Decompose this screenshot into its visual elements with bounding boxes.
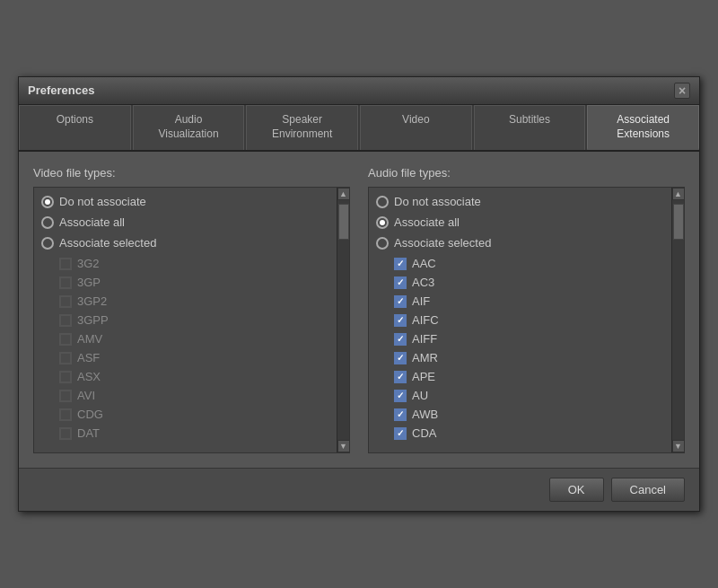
audio-ext-awb-checkbox <box>394 408 407 421</box>
video-ext-3gp-checkbox <box>59 276 72 289</box>
audio-ext-ape[interactable]: APE <box>394 370 664 383</box>
video-ext-asx-label: ASX <box>77 370 101 383</box>
tab-audio-visualization[interactable]: AudioVisualization <box>133 105 245 150</box>
audio-radio-associate-selected[interactable]: Associate selected <box>376 236 664 250</box>
video-ext-asf-label: ASF <box>77 351 100 364</box>
audio-radio-associate-all-label: Associate all <box>394 215 460 229</box>
video-radio-associate-selected[interactable]: Associate selected <box>41 236 329 250</box>
audio-radio-associate-all[interactable]: Associate all <box>376 215 664 229</box>
video-radio-associate-all[interactable]: Associate all <box>41 215 329 229</box>
video-ext-dat-checkbox <box>59 427 72 440</box>
video-ext-3g2-label: 3G2 <box>77 257 100 270</box>
video-ext-3g2[interactable]: 3G2 <box>59 257 329 270</box>
tab-associated-extensions[interactable]: AssociatedExtensions <box>587 105 699 150</box>
video-ext-asf[interactable]: ASF <box>59 351 329 364</box>
video-ext-amv[interactable]: AMV <box>59 332 329 346</box>
tab-speaker-environment[interactable]: SpeakerEnvironment <box>246 105 358 150</box>
audio-ext-au-checkbox <box>394 390 407 402</box>
audio-section-title: Audio file types: <box>368 166 685 180</box>
video-ext-3gp2[interactable]: 3GP2 <box>59 294 329 308</box>
video-radio-no-associate[interactable]: Do not associate <box>41 195 329 208</box>
audio-scroll-thumb[interactable] <box>673 204 684 240</box>
video-ext-3gp2-checkbox <box>59 295 72 308</box>
video-ext-3gp-label: 3GP <box>77 276 101 289</box>
audio-ext-aiff-label: AIFF <box>412 332 437 346</box>
tab-subtitles[interactable]: Subtitles <box>474 105 586 150</box>
video-ext-3g2-checkbox <box>59 258 72 270</box>
audio-scroll-down[interactable]: ▼ <box>672 440 685 452</box>
audio-scroll-track[interactable] <box>672 200 684 440</box>
audio-ext-aifc-checkbox <box>394 314 407 327</box>
audio-radio-no-associate[interactable]: Do not associate <box>376 195 664 208</box>
tab-options[interactable]: Options <box>19 105 131 150</box>
tab-video[interactable]: Video <box>360 105 472 150</box>
audio-section: Audio file types: Do not associate Assoc… <box>368 166 685 453</box>
audio-ext-aac-checkbox <box>394 258 407 270</box>
video-list-box: Do not associate Associate all Associate… <box>33 187 350 453</box>
video-ext-3gp[interactable]: 3GP <box>59 276 329 289</box>
audio-ext-aifc-label: AIFC <box>412 313 439 327</box>
audio-ext-aifc[interactable]: AIFC <box>394 313 664 327</box>
ok-button[interactable]: OK <box>549 478 604 502</box>
audio-ext-amr[interactable]: AMR <box>394 351 664 364</box>
audio-radio-no-associate-label: Do not associate <box>394 195 481 208</box>
audio-ext-ac3-label: AC3 <box>412 276 434 289</box>
audio-ext-awb-label: AWB <box>412 408 438 421</box>
video-radio-associate-all-circle <box>41 216 54 229</box>
video-ext-avi[interactable]: AVI <box>59 389 329 402</box>
dialog-title: Preferences <box>28 83 94 97</box>
audio-ext-ac3[interactable]: AC3 <box>394 276 664 289</box>
audio-radio-associate-selected-circle <box>376 237 389 250</box>
audio-ext-aac[interactable]: AAC <box>394 257 664 270</box>
audio-ext-amr-label: AMR <box>412 351 438 364</box>
video-ext-amv-checkbox <box>59 333 72 346</box>
audio-ext-awb[interactable]: AWB <box>394 408 664 421</box>
footer: OK Cancel <box>19 468 699 511</box>
content-area: Video file types: Do not associate Assoc… <box>19 152 699 468</box>
video-ext-amv-label: AMV <box>77 332 102 346</box>
audio-scroll-up[interactable]: ▲ <box>672 188 685 200</box>
video-ext-cdg[interactable]: CDG <box>59 408 329 421</box>
close-button[interactable]: × <box>674 83 690 99</box>
preferences-dialog: Preferences × Options AudioVisualization… <box>18 76 700 512</box>
video-ext-3gpp-label: 3GPP <box>77 313 109 327</box>
video-radio-no-associate-label: Do not associate <box>59 195 146 208</box>
audio-ext-aiff[interactable]: AIFF <box>394 332 664 346</box>
audio-radio-no-associate-circle <box>376 196 389 208</box>
video-ext-avi-label: AVI <box>77 389 95 402</box>
audio-ext-aif[interactable]: AIF <box>394 294 664 308</box>
video-scroll-track[interactable] <box>337 200 349 440</box>
video-ext-dat[interactable]: DAT <box>59 426 329 440</box>
video-ext-asx[interactable]: ASX <box>59 370 329 383</box>
audio-ext-cda-label: CDA <box>412 426 436 440</box>
audio-scrollbar[interactable]: ▲ ▼ <box>671 188 684 452</box>
audio-ext-aif-label: AIF <box>412 294 430 308</box>
audio-ext-ac3-checkbox <box>394 276 407 289</box>
video-radio-associate-all-label: Associate all <box>59 215 125 229</box>
video-ext-3gp2-label: 3GP2 <box>77 294 107 308</box>
audio-ext-aif-checkbox <box>394 295 407 308</box>
audio-ext-au[interactable]: AU <box>394 389 664 402</box>
audio-ext-cda[interactable]: CDA <box>394 426 664 440</box>
audio-ext-au-label: AU <box>412 389 428 402</box>
tab-bar: Options AudioVisualization SpeakerEnviro… <box>19 105 699 152</box>
video-ext-avi-checkbox <box>59 390 72 402</box>
audio-ext-ape-checkbox <box>394 371 407 383</box>
video-ext-asx-checkbox <box>59 371 72 383</box>
video-radio-associate-selected-circle <box>41 237 54 250</box>
audio-ext-aiff-checkbox <box>394 333 407 346</box>
video-ext-asf-checkbox <box>59 352 72 364</box>
video-scroll-up[interactable]: ▲ <box>337 188 350 200</box>
video-scroll-thumb[interactable] <box>338 204 349 240</box>
video-ext-3gpp[interactable]: 3GPP <box>59 313 329 327</box>
video-ext-cdg-label: CDG <box>77 408 103 421</box>
audio-list-inner: Do not associate Associate all Associate… <box>369 188 671 452</box>
cancel-button[interactable]: Cancel <box>611 478 685 502</box>
audio-radio-associate-all-circle <box>376 216 389 229</box>
audio-ext-aac-label: AAC <box>412 257 436 270</box>
video-radio-associate-selected-label: Associate selected <box>59 236 156 250</box>
video-scrollbar[interactable]: ▲ ▼ <box>337 188 349 452</box>
video-scroll-down[interactable]: ▼ <box>337 440 350 452</box>
audio-ext-ape-label: APE <box>412 370 435 383</box>
video-list-inner: Do not associate Associate all Associate… <box>34 188 337 452</box>
